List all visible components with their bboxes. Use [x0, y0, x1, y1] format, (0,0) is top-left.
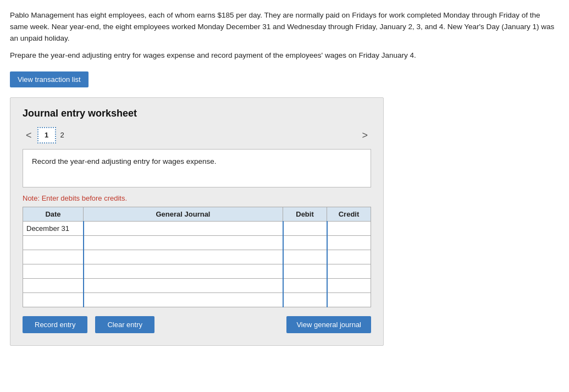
table-row: [23, 264, 371, 278]
page-tabs: 1 2: [37, 127, 69, 143]
worksheet-container: Journal entry worksheet < 1 2 > Record t…: [10, 97, 384, 346]
nav-row: < 1 2 >: [23, 127, 371, 143]
journal-cell-3[interactable]: [84, 250, 283, 264]
table-row: [23, 235, 371, 250]
journal-input-1[interactable]: [84, 222, 283, 235]
credit-cell-3[interactable]: [327, 250, 371, 264]
date-cell-6: [23, 292, 84, 307]
problem-text: Pablo Management has eight employees, ea…: [10, 10, 559, 62]
col-credit: Credit: [327, 207, 371, 221]
date-cell-1: December 31: [23, 221, 84, 235]
table-row: December 31: [23, 221, 371, 235]
date-cell-5: [23, 278, 84, 292]
table-header-row: Date General Journal Debit Credit: [23, 207, 371, 221]
col-general-journal: General Journal: [84, 207, 283, 221]
credit-input-3[interactable]: [328, 250, 371, 264]
debit-cell-1[interactable]: [283, 221, 327, 235]
journal-cell-5[interactable]: [84, 278, 283, 292]
debit-cell-2[interactable]: [283, 235, 327, 250]
debit-input-3[interactable]: [284, 250, 327, 264]
journal-input-4[interactable]: [84, 264, 283, 278]
journal-input-3[interactable]: [84, 250, 283, 264]
journal-table: Date General Journal Debit Credit Decemb…: [23, 207, 371, 307]
journal-cell-4[interactable]: [84, 264, 283, 278]
table-row: [23, 278, 371, 292]
col-debit: Debit: [283, 207, 327, 221]
credit-input-2[interactable]: [328, 236, 371, 250]
debit-input-5[interactable]: [284, 279, 327, 292]
date-cell-4: [23, 264, 84, 278]
table-row: [23, 250, 371, 264]
credit-cell-5[interactable]: [327, 278, 371, 292]
view-transaction-button[interactable]: View transaction list: [10, 71, 89, 87]
paragraph-2: Prepare the year-end adjusting entry for…: [10, 50, 559, 62]
col-date: Date: [23, 207, 84, 221]
credit-cell-4[interactable]: [327, 264, 371, 278]
page-tab-1[interactable]: 1: [37, 127, 56, 143]
table-row: [23, 292, 371, 307]
journal-input-2[interactable]: [84, 236, 283, 250]
debit-cell-6[interactable]: [283, 292, 327, 307]
debit-input-2[interactable]: [284, 236, 327, 250]
debit-cell-4[interactable]: [283, 264, 327, 278]
debit-cell-5[interactable]: [283, 278, 327, 292]
credit-cell-2[interactable]: [327, 235, 371, 250]
debit-input-1[interactable]: [284, 222, 327, 235]
debit-cell-3[interactable]: [283, 250, 327, 264]
date-cell-2: [23, 235, 84, 250]
credit-cell-6[interactable]: [327, 292, 371, 307]
next-page-button[interactable]: >: [358, 129, 371, 141]
instruction-box: Record the year-end adjusting entry for …: [23, 149, 371, 187]
credit-input-1[interactable]: [328, 222, 371, 235]
view-general-journal-button[interactable]: View general journal: [286, 316, 371, 333]
page-tab-2[interactable]: 2: [56, 131, 69, 139]
debit-input-4[interactable]: [284, 264, 327, 278]
instruction-text: Record the year-end adjusting entry for …: [32, 157, 216, 165]
record-entry-button[interactable]: Record entry: [23, 316, 87, 333]
journal-cell-6[interactable]: [84, 292, 283, 307]
credit-input-4[interactable]: [328, 264, 371, 278]
credit-cell-1[interactable]: [327, 221, 371, 235]
clear-entry-button[interactable]: Clear entry: [95, 316, 154, 333]
worksheet-title: Journal entry worksheet: [23, 108, 371, 119]
debit-input-6[interactable]: [284, 293, 327, 307]
journal-input-6[interactable]: [84, 293, 283, 307]
journal-cell-2[interactable]: [84, 235, 283, 250]
journal-cell-1[interactable]: [84, 221, 283, 235]
note-text: Note: Enter debits before credits.: [23, 194, 371, 202]
credit-input-6[interactable]: [328, 293, 371, 307]
button-row: Record entry Clear entry View general jo…: [23, 316, 371, 333]
prev-page-button[interactable]: <: [23, 129, 35, 141]
credit-input-5[interactable]: [328, 279, 371, 292]
date-cell-3: [23, 250, 84, 264]
journal-input-5[interactable]: [84, 279, 283, 292]
paragraph-1: Pablo Management has eight employees, ea…: [10, 10, 559, 45]
